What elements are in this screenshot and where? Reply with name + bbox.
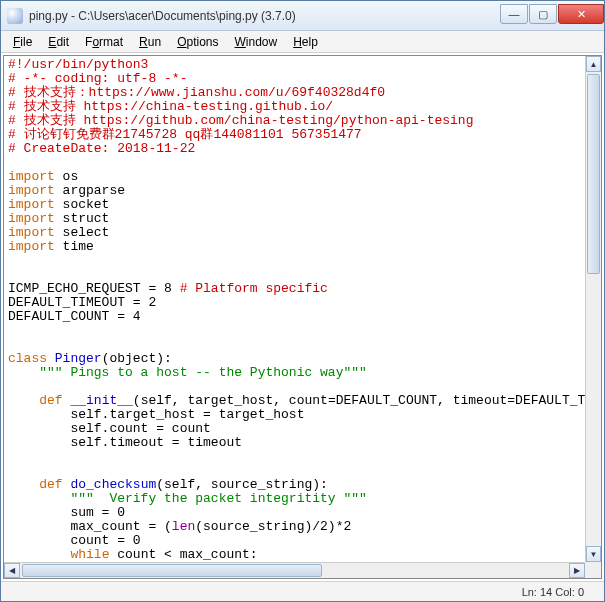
scroll-left-button[interactable]: ◀ — [4, 563, 20, 578]
editor-area[interactable]: #!/usr/bin/python3 # -*- coding: utf-8 -… — [3, 55, 602, 579]
code-line: DEFAULT_TIMEOUT = 2 — [8, 295, 156, 310]
kw-import: import — [8, 239, 55, 254]
scroll-up-button[interactable]: ▲ — [586, 56, 601, 72]
statusbar: Ln: 14 Col: 0 — [1, 581, 604, 601]
scroll-right-button[interactable]: ▶ — [569, 563, 585, 578]
kw-class: class — [8, 351, 47, 366]
code-content[interactable]: #!/usr/bin/python3 # -*- coding: utf-8 -… — [4, 56, 585, 562]
horizontal-scrollbar[interactable]: ◀ ▶ — [4, 562, 585, 578]
menu-help[interactable]: Help — [285, 33, 326, 51]
code-line: # 技术支持 https://china-testing.github.io/ — [8, 99, 333, 114]
menu-window[interactable]: Window — [227, 33, 286, 51]
close-button[interactable]: ✕ — [558, 4, 604, 24]
menu-options[interactable]: Options — [169, 33, 226, 51]
menu-edit[interactable]: Edit — [40, 33, 77, 51]
menu-run[interactable]: Run — [131, 33, 169, 51]
code-line: # 讨论钉钉免费群21745728 qq群144081101 567351477 — [8, 127, 362, 142]
titlebar[interactable]: ping.py - C:\Users\acer\Documents\ping.p… — [1, 1, 604, 31]
menu-file[interactable]: File — [5, 33, 40, 51]
code-line: self.timeout = timeout — [8, 435, 242, 450]
code-line: DEFAULT_COUNT = 4 — [8, 309, 141, 324]
hscroll-thumb[interactable] — [22, 564, 322, 577]
scroll-down-button[interactable]: ▼ — [586, 546, 601, 562]
code-line: # 技术支持 https://github.com/china-testing/… — [8, 113, 473, 128]
vertical-scrollbar[interactable]: ▲ ▼ — [585, 56, 601, 562]
code-line: self.count = count — [8, 421, 211, 436]
app-window: ping.py - C:\Users\acer\Documents\ping.p… — [0, 0, 605, 602]
kw-def: def — [39, 477, 62, 492]
code-line: # -*- coding: utf-8 -*- — [8, 71, 187, 86]
window-title: ping.py - C:\Users\acer\Documents\ping.p… — [29, 9, 499, 23]
kw-import: import — [8, 169, 55, 184]
menu-format[interactable]: Format — [77, 33, 131, 51]
code-line: self.target_host = target_host — [8, 407, 304, 422]
menubar: File Edit Format Run Options Window Help — [1, 31, 604, 53]
window-buttons: — ▢ ✕ — [499, 4, 604, 24]
kw-import: import — [8, 211, 55, 226]
code-line: # CreateDate: 2018-11-22 — [8, 141, 195, 156]
kw-import: import — [8, 183, 55, 198]
app-icon — [7, 8, 23, 24]
scroll-corner — [585, 562, 601, 578]
docstring: """ Verify the packet integritity """ — [8, 491, 367, 506]
code-line: sum = 0 — [8, 505, 125, 520]
kw-import: import — [8, 197, 55, 212]
code-line: # 技术支持：https://www.jianshu.com/u/69f4032… — [8, 85, 385, 100]
kw-while: while — [70, 547, 109, 562]
maximize-button[interactable]: ▢ — [529, 4, 557, 24]
kw-import: import — [8, 225, 55, 240]
code-line: count = 0 — [8, 533, 141, 548]
minimize-button[interactable]: — — [500, 4, 528, 24]
scroll-thumb[interactable] — [587, 74, 600, 274]
code-line: #!/usr/bin/python3 — [8, 57, 148, 72]
kw-def: def — [39, 393, 62, 408]
cursor-position: Ln: 14 Col: 0 — [522, 586, 584, 598]
code-line: ICMP_ECHO_REQUEST = 8 — [8, 281, 180, 296]
docstring: """ Pings to a host -- the Pythonic way"… — [8, 365, 367, 380]
